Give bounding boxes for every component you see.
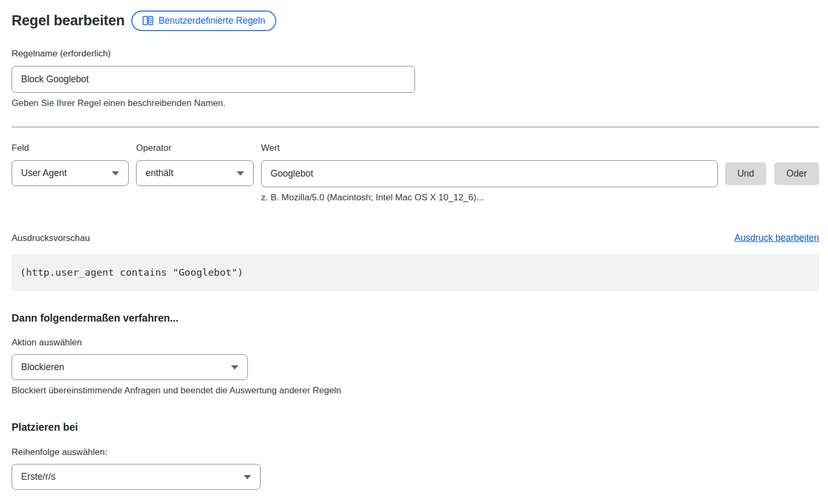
expression-code-block: (http.user_agent contains "Googlebot") bbox=[12, 254, 819, 292]
placement-heading: Platzieren bei bbox=[12, 421, 819, 433]
or-button[interactable]: Oder bbox=[774, 162, 819, 185]
chevron-down-icon bbox=[112, 171, 119, 176]
operator-select[interactable]: enthält bbox=[136, 160, 254, 186]
rule-name-section: Regelname (erforderlich) Geben Sie Ihrer… bbox=[12, 49, 819, 109]
placement-order-select[interactable]: Erste/r/s bbox=[12, 464, 261, 490]
field-select-value: User Agent bbox=[21, 168, 67, 179]
chevron-down-icon bbox=[237, 171, 244, 176]
rule-name-help: Geben Sie Ihrer Regel einen beschreibend… bbox=[12, 98, 819, 109]
action-select-value: Blockieren bbox=[21, 362, 64, 373]
chevron-down-icon bbox=[244, 475, 251, 479]
action-heading: Dann folgendermaßen verfahren... bbox=[12, 312, 819, 324]
section-divider bbox=[12, 127, 819, 128]
operator-column: Operator enthält bbox=[136, 143, 254, 186]
action-label: Aktion auswählen bbox=[12, 337, 819, 348]
docs-badge-label: Benutzerdefinierte Regeln bbox=[158, 15, 265, 26]
value-input[interactable] bbox=[261, 160, 718, 187]
operator-select-value: enthält bbox=[146, 168, 174, 179]
edit-expression-link[interactable]: Ausdruck bearbeiten bbox=[734, 232, 819, 244]
operator-label: Operator bbox=[136, 143, 254, 153]
action-select[interactable]: Blockieren bbox=[12, 354, 248, 380]
rule-name-input[interactable] bbox=[12, 66, 415, 93]
field-column: Feld User Agent bbox=[12, 143, 129, 186]
placement-label: Reihenfolge auswählen: bbox=[12, 447, 819, 458]
open-book-icon bbox=[142, 16, 153, 26]
expression-preview-label: Ausdrucksvorschau bbox=[12, 233, 90, 244]
expression-header: Ausdrucksvorschau Ausdruck bearbeiten bbox=[12, 232, 819, 244]
action-help: Blockiert übereinstimmende Anfragen und … bbox=[12, 385, 819, 396]
expression-code: (http.user_agent contains "Googlebot") bbox=[20, 267, 243, 278]
rule-editor-page: Regel bearbeiten Benutzerdefinierte Rege… bbox=[0, 0, 828, 504]
condition-row: Feld User Agent Operator enthält Wert z.… bbox=[12, 143, 819, 203]
rule-name-label: Regelname (erforderlich) bbox=[12, 49, 819, 59]
placement-select-value: Erste/r/s bbox=[21, 471, 55, 482]
chevron-down-icon bbox=[231, 365, 238, 370]
value-label: Wert bbox=[261, 143, 718, 153]
custom-rules-docs-badge[interactable]: Benutzerdefinierte Regeln bbox=[131, 11, 276, 31]
value-help: z. B. Mozilla/5.0 (Macintosh; Intel Mac … bbox=[261, 192, 718, 203]
field-select[interactable]: User Agent bbox=[12, 160, 129, 186]
page-header: Regel bearbeiten Benutzerdefinierte Rege… bbox=[12, 11, 819, 31]
page-title: Regel bearbeiten bbox=[12, 13, 124, 29]
field-label: Feld bbox=[12, 143, 129, 153]
and-button[interactable]: Und bbox=[725, 162, 766, 185]
value-column: Wert z. B. Mozilla/5.0 (Macintosh; Intel… bbox=[261, 143, 718, 203]
connector-buttons: Und Oder bbox=[725, 162, 819, 185]
